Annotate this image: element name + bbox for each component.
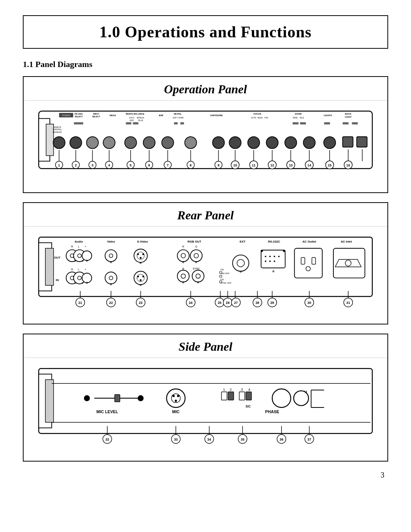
svg-point-49	[229, 137, 241, 149]
operation-panel-title: Operation Panel	[24, 77, 387, 101]
svg-text:13: 13	[289, 163, 293, 167]
svg-point-190	[283, 250, 285, 252]
svg-rect-259	[228, 392, 234, 400]
svg-rect-56	[357, 137, 367, 147]
svg-text:SOFT: SOFT	[173, 117, 178, 119]
svg-text:23: 23	[139, 301, 143, 305]
svg-text:SELECT: SELECT	[75, 115, 83, 118]
svg-rect-245	[115, 395, 120, 402]
svg-text:7: 7	[167, 163, 169, 167]
svg-text:9: 9	[218, 163, 220, 167]
svg-point-54	[324, 137, 336, 149]
svg-rect-188	[261, 250, 285, 268]
svg-text:33: 33	[174, 438, 178, 441]
svg-text:SYNC: SYNC	[193, 267, 200, 270]
svg-point-50	[248, 137, 260, 149]
svg-text:WIDE: WIDE	[293, 117, 298, 119]
svg-text:B: B	[182, 267, 184, 270]
svg-text:AC Inlet: AC Inlet	[341, 240, 352, 243]
svg-rect-201	[312, 257, 316, 264]
svg-text:NEAR: NEAR	[257, 117, 263, 119]
svg-text:RED: RED	[130, 120, 134, 121]
svg-text:25: 25	[218, 301, 221, 305]
svg-text:2: 2	[75, 163, 77, 167]
svg-rect-261	[246, 392, 252, 400]
svg-text:⊕: ⊕	[195, 260, 198, 264]
page-title: 1.0 Operations and Functions	[31, 23, 380, 41]
svg-point-263	[272, 389, 291, 407]
svg-text:FOCUS: FOCUS	[253, 113, 261, 115]
svg-text:MIC LEVEL: MIC LEVEL	[96, 409, 118, 414]
svg-point-173	[181, 274, 186, 278]
svg-point-53	[303, 137, 315, 149]
svg-rect-260	[239, 392, 245, 400]
svg-point-140	[78, 276, 81, 280]
svg-text:BACK: BACK	[345, 113, 352, 115]
svg-text:AUTO: AUTO	[129, 117, 134, 119]
svg-rect-238	[39, 369, 373, 433]
svg-text:FAR: FAR	[264, 117, 268, 119]
svg-point-197	[274, 260, 275, 262]
svg-rect-199	[295, 248, 322, 278]
svg-text:AC Outlet: AC Outlet	[303, 240, 316, 243]
operation-panel-content: POWER RS-232C SELECT INPUT SELECT NEGA W…	[24, 101, 387, 192]
svg-text:REMOTE: REMOTE	[53, 126, 62, 128]
svg-text:ZOOM: ZOOM	[295, 113, 302, 115]
svg-point-243	[84, 395, 90, 401]
svg-point-153	[142, 253, 144, 255]
rear-panel-box: Rear Panel Audio Video S-Video RGB OUT E…	[23, 202, 388, 324]
svg-text:AUTO: AUTO	[251, 117, 256, 119]
svg-point-43	[103, 137, 115, 149]
svg-text:36: 36	[280, 438, 284, 441]
svg-text:4: 4	[108, 163, 110, 167]
svg-text:RS-232C: RS-232C	[75, 113, 83, 115]
svg-text:16: 16	[346, 163, 350, 167]
svg-text:28: 28	[255, 301, 259, 305]
svg-text:21: 21	[78, 301, 82, 305]
svg-point-47	[185, 137, 196, 149]
svg-text:22: 22	[109, 301, 113, 305]
svg-point-196	[269, 260, 271, 262]
svg-text:LIGHT: LIGHT	[345, 116, 352, 118]
svg-point-145	[109, 254, 113, 257]
svg-rect-187	[220, 281, 222, 283]
svg-text:MANUAL: MANUAL	[137, 117, 145, 119]
svg-text:1: 1	[58, 163, 60, 167]
svg-text:IN: IN	[56, 278, 59, 281]
svg-text:⊕: ⊕	[182, 281, 185, 284]
rear-panel-content: Audio Video S-Video RGB OUT EXT RS-232C …	[24, 227, 387, 324]
svg-text:14: 14	[307, 163, 311, 167]
svg-text:26: 26	[226, 301, 230, 305]
svg-text:DETAIL: DETAIL	[174, 113, 182, 115]
svg-point-204	[345, 260, 351, 266]
page-number: 3	[23, 471, 388, 479]
svg-point-45	[143, 137, 155, 149]
svg-text:⊕: ⊕	[272, 270, 275, 273]
svg-point-176	[196, 274, 201, 278]
svg-text:ON: ON	[220, 268, 224, 271]
svg-text:8: 8	[190, 163, 192, 167]
svg-rect-200	[301, 257, 305, 264]
svg-rect-36	[300, 122, 306, 125]
svg-point-246	[138, 395, 144, 401]
svg-point-46	[162, 137, 174, 149]
svg-point-52	[285, 137, 296, 149]
svg-point-158	[137, 275, 139, 277]
side-panel-box: Side Panel MIC LEVEL M	[23, 334, 388, 462]
svg-text:HARD: HARD	[178, 117, 184, 119]
svg-text:⊕: ⊕	[239, 270, 242, 273]
section-heading: 1.1 Panel Diagrams	[23, 59, 388, 69]
svg-point-148	[109, 276, 113, 280]
svg-rect-37	[324, 122, 330, 125]
svg-text:DISABLED: DISABLED	[53, 131, 62, 133]
svg-text:G: G	[195, 245, 197, 248]
svg-point-44	[125, 137, 137, 149]
svg-point-159	[142, 275, 144, 277]
svg-text:EXT: EXT	[240, 240, 245, 243]
svg-text:OUT: OUT	[54, 256, 61, 259]
svg-text:R: R	[71, 245, 73, 248]
svg-text:2: 2	[230, 387, 232, 391]
svg-text:L: L	[78, 268, 80, 271]
svg-text:SYNC OFF: SYNC OFF	[220, 282, 232, 284]
svg-rect-55	[342, 137, 353, 147]
